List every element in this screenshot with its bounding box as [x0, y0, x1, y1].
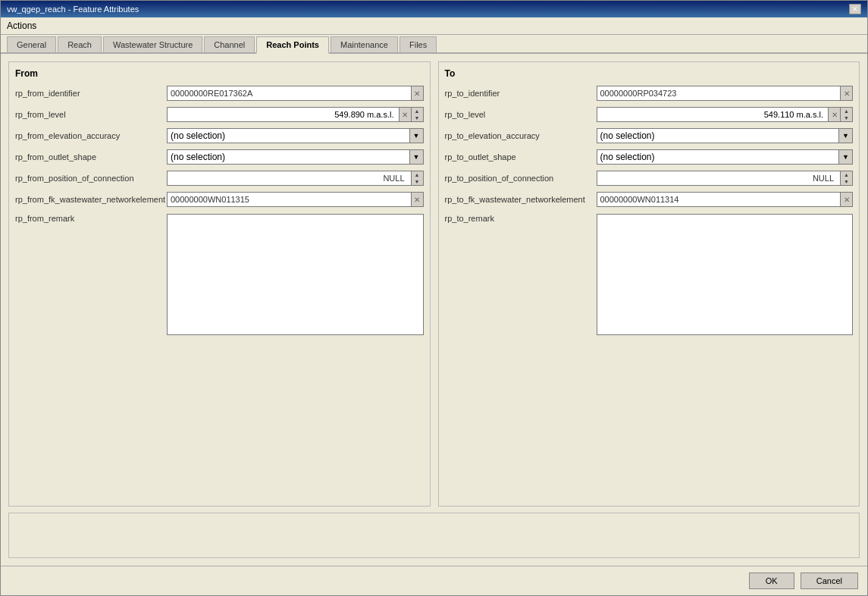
tab-files[interactable]: Files — [400, 36, 437, 52]
close-button[interactable]: ✕ — [849, 4, 861, 14]
tab-wastewater-structure[interactable]: Wastewater Structure — [103, 36, 202, 52]
from-elevation-dropdown-btn[interactable]: ▼ — [410, 128, 424, 143]
to-outlet-row: rp_to_outlet_shape (no selection) ▼ — [445, 149, 854, 165]
from-fk-label: rp_from_fk_wastewater_networkelement — [15, 195, 167, 204]
from-level-down[interactable]: ▼ — [412, 114, 423, 121]
to-position-row: rp_to_position_of_connection NULL ▲ ▼ — [445, 170, 854, 187]
bottom-panel — [8, 513, 860, 558]
from-position-field: NULL ▲ ▼ — [167, 171, 424, 186]
to-fk-input[interactable]: 00000000WN011314 — [597, 192, 841, 207]
actions-menu[interactable]: Actions — [7, 20, 36, 31]
panels-container: From rp_from_identifier 00000000RE017362… — [8, 61, 860, 507]
from-panel: From rp_from_identifier 00000000RE017362… — [8, 61, 431, 507]
from-level-input[interactable]: 549.890 m.a.s.l. — [167, 107, 400, 122]
to-panel-title: To — [445, 68, 854, 79]
to-elevation-dropdown-btn[interactable]: ▼ — [839, 128, 853, 143]
from-remark-area[interactable] — [167, 214, 424, 335]
from-identifier-row: rp_from_identifier 00000000RE017362A ✕ — [15, 85, 424, 102]
ok-button[interactable]: OK — [749, 572, 794, 589]
from-fk-row: rp_from_fk_wastewater_networkelement 000… — [15, 191, 424, 208]
to-fk-row: rp_to_fk_wastewater_networkelement 00000… — [445, 191, 854, 208]
to-remark-area[interactable] — [597, 214, 854, 335]
to-identifier-value: 00000000RP034723 — [600, 89, 838, 98]
to-position-label: rp_to_position_of_connection — [445, 174, 597, 183]
to-level-row: rp_to_level 549.110 m.a.s.l. ✕ ▲ ▼ — [445, 106, 854, 123]
main-window: vw_qgep_reach - Feature Attributes ✕ Act… — [0, 0, 868, 596]
from-fk-clear[interactable]: ✕ — [412, 192, 424, 207]
window-title: vw_qgep_reach - Feature Attributes — [7, 5, 139, 14]
from-level-up[interactable]: ▲ — [412, 108, 423, 114]
to-outlet-dropdown-btn[interactable]: ▼ — [839, 149, 853, 165]
to-position-spinner[interactable]: ▲ ▼ — [841, 171, 853, 186]
to-identifier-clear[interactable]: ✕ — [841, 86, 853, 101]
to-identifier-row: rp_to_identifier 00000000RP034723 ✕ — [445, 85, 854, 102]
main-content: From rp_from_identifier 00000000RE017362… — [1, 54, 867, 566]
to-position-down[interactable]: ▼ — [841, 178, 852, 185]
to-identifier-input[interactable]: 00000000RP034723 — [597, 86, 841, 101]
from-identifier-clear[interactable]: ✕ — [412, 86, 424, 101]
to-outlet-dropdown[interactable]: (no selection) — [597, 149, 840, 165]
tab-maintenance[interactable]: Maintenance — [331, 36, 398, 52]
to-level-spinner[interactable]: ▲ ▼ — [841, 107, 853, 122]
to-elevation-row: rp_to_elevation_accuracy (no selection) … — [445, 127, 854, 144]
to-elevation-dropdown[interactable]: (no selection) — [597, 128, 840, 143]
from-identifier-label: rp_from_identifier — [15, 89, 167, 98]
to-position-input[interactable]: NULL — [597, 171, 841, 186]
to-position-value: NULL — [600, 174, 838, 183]
to-level-up[interactable]: ▲ — [841, 108, 852, 114]
from-position-up[interactable]: ▲ — [412, 171, 423, 178]
to-fk-value: 00000000WN011314 — [600, 195, 838, 204]
from-identifier-input[interactable]: 00000000RE017362A — [167, 86, 412, 101]
tab-reach[interactable]: Reach — [58, 36, 102, 52]
to-level-clear[interactable]: ✕ — [829, 107, 841, 122]
from-position-spinner[interactable]: ▲ ▼ — [412, 171, 424, 186]
to-identifier-field: 00000000RP034723 ✕ — [597, 86, 854, 101]
to-position-field: NULL ▲ ▼ — [597, 171, 854, 186]
to-fk-clear[interactable]: ✕ — [841, 192, 853, 207]
from-outlet-label: rp_from_outlet_shape — [15, 152, 167, 162]
from-elevation-dropdown[interactable]: (no selection) — [167, 128, 410, 143]
cancel-button[interactable]: Cancel — [801, 572, 858, 589]
to-outlet-label: rp_to_outlet_shape — [445, 152, 597, 162]
from-panel-title: From — [15, 68, 424, 79]
to-elevation-field: (no selection) ▼ — [597, 128, 854, 143]
from-outlet-value: (no selection) — [171, 152, 225, 162]
to-remark-row: rp_to_remark — [445, 212, 854, 500]
from-fk-input[interactable]: 00000000WN011315 — [167, 192, 412, 207]
to-level-input[interactable]: 549.110 m.a.s.l. — [597, 107, 829, 122]
to-elevation-label: rp_to_elevation_accuracy — [445, 131, 597, 140]
title-bar-controls: ✕ — [849, 4, 861, 14]
to-panel: To rp_to_identifier 00000000RP034723 ✕ r… — [438, 61, 860, 507]
from-position-value: NULL — [171, 174, 408, 183]
from-position-label: rp_from_position_of_connection — [15, 174, 167, 183]
from-position-row: rp_from_position_of_connection NULL ▲ ▼ — [15, 170, 424, 187]
from-outlet-row: rp_from_outlet_shape (no selection) ▼ — [15, 149, 424, 165]
tab-reach-points[interactable]: Reach Points — [256, 36, 329, 54]
tab-general[interactable]: General — [7, 36, 56, 52]
to-elevation-value: (no selection) — [600, 130, 655, 141]
from-identifier-field: 00000000RE017362A ✕ — [167, 86, 424, 101]
from-elevation-row: rp_from_elevation_accuracy (no selection… — [15, 127, 424, 144]
from-level-row: rp_from_level 549.890 m.a.s.l. ✕ ▲ ▼ — [15, 106, 424, 123]
tabs-bar: General Reach Wastewater Structure Chann… — [1, 36, 867, 54]
to-level-down[interactable]: ▼ — [841, 114, 852, 121]
to-level-value: 549.110 m.a.s.l. — [600, 110, 826, 119]
from-level-clear[interactable]: ✕ — [400, 107, 412, 122]
to-level-label: rp_to_level — [445, 110, 597, 119]
from-position-input[interactable]: NULL — [167, 171, 412, 186]
footer: OK Cancel — [1, 566, 867, 595]
tab-channel[interactable]: Channel — [204, 36, 255, 52]
from-outlet-field: (no selection) ▼ — [167, 149, 424, 165]
from-outlet-dropdown-btn[interactable]: ▼ — [410, 149, 424, 165]
to-fk-label: rp_to_fk_wastewater_networkelement — [445, 195, 597, 204]
to-position-up[interactable]: ▲ — [841, 171, 852, 178]
from-fk-field: 00000000WN011315 ✕ — [167, 192, 424, 207]
to-identifier-label: rp_to_identifier — [445, 89, 597, 98]
from-position-down[interactable]: ▼ — [412, 178, 423, 185]
from-outlet-dropdown[interactable]: (no selection) — [167, 149, 410, 165]
to-fk-field: 00000000WN011314 ✕ — [597, 192, 854, 207]
from-level-spinner[interactable]: ▲ ▼ — [412, 107, 424, 122]
from-level-field: 549.890 m.a.s.l. ✕ ▲ ▼ — [167, 107, 424, 122]
menu-bar: Actions — [1, 17, 867, 35]
from-remark-row: rp_from_remark — [15, 212, 424, 500]
